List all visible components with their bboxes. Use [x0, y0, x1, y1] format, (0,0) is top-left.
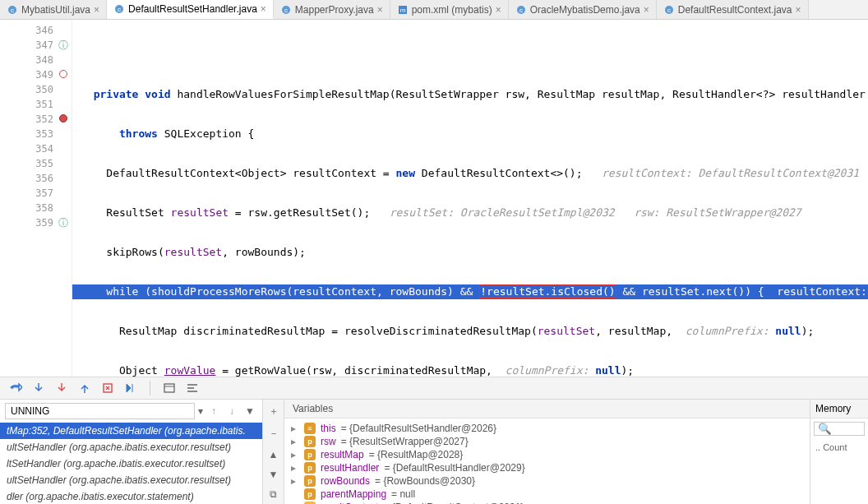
prev-frame-button[interactable]: ↑ [206, 404, 221, 418]
close-icon[interactable]: × [796, 4, 801, 16]
tab-label: DefaultResultContext.java [678, 4, 792, 16]
tab-pom[interactable]: m pom.xml (mybatis) × [390, 0, 509, 19]
evaluate-button[interactable] [162, 381, 177, 395]
up-button[interactable]: ▲ [266, 449, 281, 460]
variables-tree[interactable]: ▸≡this = {DefaultResultSetHandler@2026} … [284, 418, 810, 504]
override-icon[interactable]: ⓘ [58, 216, 68, 230]
svg-text:c: c [284, 7, 288, 14]
debug-toolbar [0, 377, 868, 400]
frames-pane: ▾ ↑ ↓ ▼ tMap:352, DefaultResultSetHandle… [0, 400, 263, 504]
down-button[interactable]: ▼ [266, 469, 281, 480]
variables-pane: Variables ▸≡this = {DefaultResultSetHand… [284, 400, 810, 504]
remove-watch-button[interactable]: － [266, 427, 281, 441]
java-class-icon: c [7, 4, 18, 16]
breakpoint-icon[interactable] [59, 70, 67, 78]
memory-pane: Memory .. Count ses loaded. [810, 400, 868, 504]
tab-label: MapperProxy.java [295, 4, 374, 16]
next-frame-button[interactable]: ↓ [224, 404, 239, 418]
debug-panes: ▾ ↑ ↓ ▼ tMap:352, DefaultResultSetHandle… [0, 400, 868, 504]
filter-frames-button[interactable]: ▼ [242, 404, 257, 418]
param-icon: p [304, 488, 316, 500]
tab-mapperproxy[interactable]: c MapperProxy.java × [274, 0, 390, 19]
tab-label: MybatisUtil.java [21, 4, 90, 16]
svg-text:c: c [118, 6, 121, 13]
param-icon: p [304, 436, 316, 447]
force-step-into-button[interactable] [54, 381, 69, 395]
svg-rect-13 [164, 384, 174, 392]
duplicate-button[interactable]: ⧉ [266, 488, 281, 500]
thread-selector[interactable] [5, 403, 195, 419]
new-watch-button[interactable]: ＋ [266, 405, 281, 418]
memory-header: Memory [810, 400, 868, 418]
variable-row[interactable]: pparentMapping = null [286, 488, 808, 501]
maven-icon: m [397, 4, 409, 16]
tab-mybatisutil[interactable]: c MybatisUtil.java × [0, 0, 107, 19]
close-icon[interactable]: × [94, 4, 99, 16]
code-editor[interactable]: 346 347ⓘ 348 349 350 351 352 353 354 355… [0, 20, 868, 377]
editor-tab-bar: c MybatisUtil.java × c DefaultResultSetH… [0, 0, 868, 20]
close-icon[interactable]: × [377, 4, 383, 16]
tab-label: pom.xml (mybatis) [412, 4, 492, 16]
variables-side-toolbar: ＋ － ▲ ▼ ⧉ 👓 [263, 400, 284, 504]
svg-text:c: c [667, 7, 671, 14]
svg-text:m: m [399, 7, 405, 14]
current-execution-line: while (shouldProcessMoreRows(resultConte… [72, 284, 868, 299]
stack-frame[interactable]: ltSetHandler (org.apache.ibatis.executor… [0, 455, 262, 472]
run-to-cursor-button[interactable] [123, 381, 138, 395]
step-out-button[interactable] [77, 381, 92, 395]
breakpoint-hit-icon[interactable] [59, 114, 67, 123]
close-icon[interactable]: × [496, 4, 501, 16]
stack-frame[interactable]: ultSetHandler (org.apache.ibatis.executo… [0, 439, 262, 455]
tab-oracledemo[interactable]: c OracleMybatisDemo.java × [509, 0, 657, 19]
step-into-button[interactable] [31, 381, 46, 395]
java-class-icon: c [663, 4, 675, 16]
field-icon: ≡ [304, 423, 316, 434]
drop-frame-button[interactable] [100, 381, 115, 395]
gutter[interactable]: 346 347ⓘ 348 349 350 351 352 353 354 355… [0, 20, 72, 377]
variable-row[interactable]: ▸presultHandler = {DefaultResultHandler@… [286, 461, 808, 474]
param-icon: p [304, 462, 316, 474]
memory-count-hint: .. Count [810, 439, 868, 455]
variable-row[interactable]: ▸prsw = {ResultSetWrapper@2027} [286, 435, 808, 448]
override-icon[interactable]: ⓘ [58, 39, 68, 53]
java-class-icon: c [113, 3, 125, 15]
stack-frame[interactable]: dler (org.apache.ibatis.executor.stateme… [0, 488, 262, 504]
step-over-button[interactable] [8, 381, 23, 395]
highlighted-expression: !resultSet.isClosed() [479, 284, 616, 298]
svg-text:c: c [519, 7, 523, 14]
stack-frame[interactable]: tMap:352, DefaultResultSetHandler (org.a… [0, 423, 262, 439]
variable-row[interactable]: ▸prowBounds = {RowBounds@2030} [286, 474, 808, 488]
frames-list[interactable]: tMap:352, DefaultResultSetHandler (org.a… [0, 423, 262, 504]
variable-row[interactable]: ▸presultMap = {ResultMap@2028} [286, 448, 808, 461]
tab-label: DefaultResultSetHandler.java [128, 3, 257, 15]
tab-label: OracleMybatisDemo.java [530, 4, 640, 16]
java-class-icon: c [515, 4, 527, 16]
memory-search-input[interactable] [814, 422, 865, 436]
variables-header: Variables [284, 400, 810, 418]
param-icon: p [304, 449, 316, 460]
variable-row[interactable]: ▸≡resultContext = {DefaultResultContext@… [286, 501, 808, 504]
chevron-down-icon[interactable]: ▾ [198, 405, 203, 417]
variable-row[interactable]: ▸≡this = {DefaultResultSetHandler@2026} [286, 422, 808, 435]
tab-defaultresultcontext[interactable]: c DefaultResultContext.java × [657, 0, 809, 19]
svg-text:c: c [11, 7, 14, 14]
tab-defaultresultset[interactable]: c DefaultResultSetHandler.java × [107, 0, 274, 19]
java-class-icon: c [280, 4, 292, 16]
stack-frame[interactable]: ultSetHandler (org.apache.ibatis.executo… [0, 472, 262, 488]
code-area[interactable]: private void handleRowValuesForSimpleRes… [72, 20, 868, 377]
close-icon[interactable]: × [644, 4, 649, 16]
trace-button[interactable] [185, 381, 200, 395]
close-icon[interactable]: × [261, 3, 266, 15]
param-icon: p [304, 475, 316, 487]
